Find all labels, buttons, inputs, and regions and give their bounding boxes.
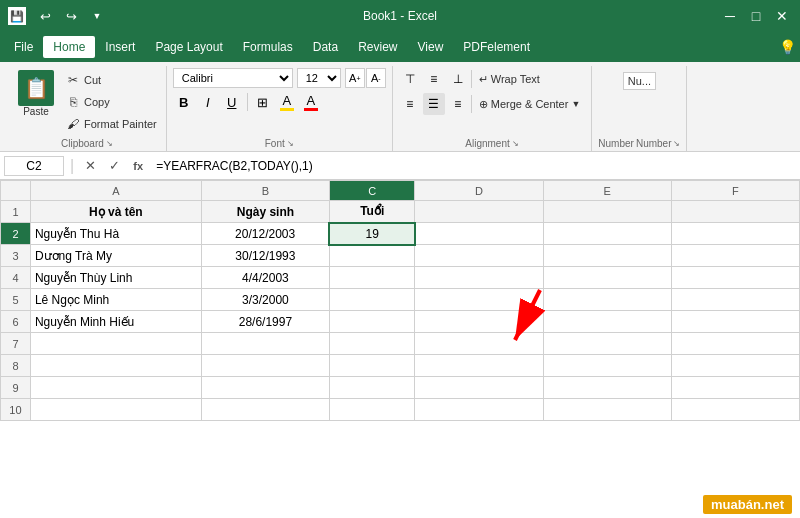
row-header-3[interactable]: 3 (1, 245, 31, 267)
cell-8-D[interactable] (415, 355, 543, 377)
col-header-c[interactable]: C (329, 181, 414, 201)
cell-3-D[interactable] (415, 245, 543, 267)
paste-button[interactable]: 📋 Paste (14, 68, 58, 119)
font-expand-icon[interactable]: ↘ (287, 139, 294, 148)
cell-1-D[interactable] (415, 201, 543, 223)
cell-6-C[interactable] (329, 311, 414, 333)
align-right-button[interactable]: ≡ (447, 93, 469, 115)
decrease-font-button[interactable]: A- (366, 68, 386, 88)
font-size-select[interactable]: 12 (297, 68, 341, 88)
col-header-d[interactable]: D (415, 181, 543, 201)
row-header-9[interactable]: 9 (1, 377, 31, 399)
col-header-f[interactable]: F (671, 181, 799, 201)
cell-4-D[interactable] (415, 267, 543, 289)
align-bottom-button[interactable]: ⊥ (447, 68, 469, 90)
menu-insert[interactable]: Insert (95, 36, 145, 58)
cell-reference-box[interactable]: C2 (4, 156, 64, 176)
font-color-button[interactable]: A (300, 91, 322, 113)
cell-5-D[interactable] (415, 289, 543, 311)
cell-9-C[interactable] (329, 377, 414, 399)
bold-button[interactable]: B (173, 91, 195, 113)
help-icon[interactable]: 💡 (779, 39, 796, 55)
customize-qa-button[interactable]: ▼ (86, 5, 108, 27)
row-header-10[interactable]: 10 (1, 399, 31, 421)
menu-review[interactable]: Review (348, 36, 407, 58)
cell-3-C[interactable] (329, 245, 414, 267)
cell-9-A[interactable] (30, 377, 201, 399)
cell-8-C[interactable] (329, 355, 414, 377)
underline-button[interactable]: U (221, 91, 243, 113)
clipboard-expand-icon[interactable]: ↘ (106, 139, 113, 148)
menu-view[interactable]: View (408, 36, 454, 58)
cell-6-A[interactable]: Nguyễn Minh Hiếu (30, 311, 201, 333)
cell-2-D[interactable] (415, 223, 543, 245)
format-painter-button[interactable]: 🖌 Format Painter (62, 114, 160, 134)
row-header-5[interactable]: 5 (1, 289, 31, 311)
cell-1-C[interactable]: Tuổi (329, 201, 414, 223)
cell-4-F[interactable] (671, 267, 799, 289)
cell-6-E[interactable] (543, 311, 671, 333)
menu-home[interactable]: Home (43, 36, 95, 58)
increase-font-button[interactable]: A+ (345, 68, 365, 88)
cell-4-E[interactable] (543, 267, 671, 289)
cell-6-D[interactable] (415, 311, 543, 333)
cell-7-C[interactable] (329, 333, 414, 355)
formula-input[interactable] (152, 157, 796, 175)
menu-data[interactable]: Data (303, 36, 348, 58)
font-name-select[interactable]: Calibri (173, 68, 293, 88)
cell-7-D[interactable] (415, 333, 543, 355)
row-header-2[interactable]: 2 (1, 223, 31, 245)
cell-9-B[interactable] (201, 377, 329, 399)
col-header-e[interactable]: E (543, 181, 671, 201)
maximize-button[interactable]: □ (746, 6, 766, 26)
align-left-button[interactable]: ≡ (399, 93, 421, 115)
cell-1-A[interactable]: Họ và tên (30, 201, 201, 223)
cell-6-B[interactable]: 28/6/1997 (201, 311, 329, 333)
cell-5-B[interactable]: 3/3/2000 (201, 289, 329, 311)
italic-button[interactable]: I (197, 91, 219, 113)
cell-6-F[interactable] (671, 311, 799, 333)
menu-formulas[interactable]: Formulas (233, 36, 303, 58)
cell-10-A[interactable] (30, 399, 201, 421)
cell-7-B[interactable] (201, 333, 329, 355)
cell-1-B[interactable]: Ngày sinh (201, 201, 329, 223)
cell-9-E[interactable] (543, 377, 671, 399)
row-header-8[interactable]: 8 (1, 355, 31, 377)
cell-4-B[interactable]: 4/4/2003 (201, 267, 329, 289)
cell-2-E[interactable] (543, 223, 671, 245)
row-header-7[interactable]: 7 (1, 333, 31, 355)
row-header-1[interactable]: 1 (1, 201, 31, 223)
save-icon[interactable]: 💾 (8, 7, 26, 25)
cell-7-E[interactable] (543, 333, 671, 355)
minimize-button[interactable]: ─ (720, 6, 740, 26)
wrap-text-button[interactable]: ↵ Wrap Text (474, 70, 545, 89)
cell-9-D[interactable] (415, 377, 543, 399)
cell-2-F[interactable] (671, 223, 799, 245)
align-middle-button[interactable]: ≡ (423, 68, 445, 90)
cell-10-D[interactable] (415, 399, 543, 421)
cell-10-E[interactable] (543, 399, 671, 421)
align-center-button[interactable]: ☰ (423, 93, 445, 115)
col-header-a[interactable]: A (30, 181, 201, 201)
merge-center-button[interactable]: ⊕ Merge & Center ▼ (474, 95, 586, 114)
redo-button[interactable]: ↪ (60, 5, 82, 27)
align-top-button[interactable]: ⊤ (399, 68, 421, 90)
cell-5-F[interactable] (671, 289, 799, 311)
cell-3-F[interactable] (671, 245, 799, 267)
cell-5-A[interactable]: Lê Ngọc Minh (30, 289, 201, 311)
row-header-6[interactable]: 6 (1, 311, 31, 333)
cell-8-F[interactable] (671, 355, 799, 377)
close-button[interactable]: ✕ (772, 6, 792, 26)
cut-button[interactable]: ✂ Cut (62, 70, 160, 90)
cell-7-A[interactable] (30, 333, 201, 355)
undo-button[interactable]: ↩ (34, 5, 56, 27)
cell-1-F[interactable] (671, 201, 799, 223)
cell-2-A[interactable]: Nguyễn Thu Hà (30, 223, 201, 245)
number-expand-icon[interactable]: ↘ (673, 139, 680, 148)
cell-5-C[interactable] (329, 289, 414, 311)
cell-3-E[interactable] (543, 245, 671, 267)
cell-10-B[interactable] (201, 399, 329, 421)
cancel-formula-button[interactable]: ✕ (80, 156, 100, 176)
copy-button[interactable]: ⎘ Copy (62, 92, 160, 112)
cell-2-C[interactable]: 19 (329, 223, 414, 245)
